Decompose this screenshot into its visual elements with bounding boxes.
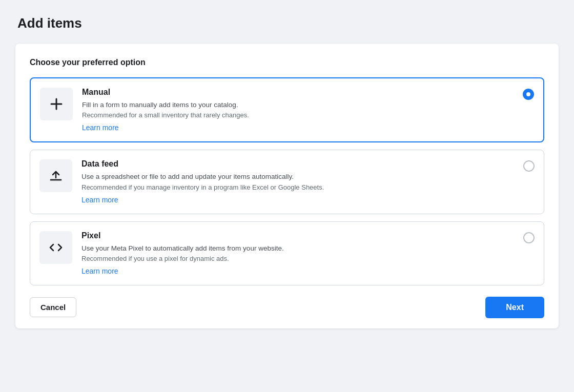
pixel-content: Pixel Use your Meta Pixel to automatical… — [81, 231, 523, 276]
main-card: Choose your preferred option Manual Fill… — [15, 44, 559, 328]
manual-content: Manual Fill in a form to manually add it… — [82, 88, 523, 132]
upload-icon — [48, 168, 64, 184]
manual-title: Manual — [82, 88, 523, 97]
data-feed-desc: Use a spreadsheet or file to add and upd… — [81, 172, 523, 182]
manual-rec: Recommended for a small inventory that r… — [82, 111, 523, 119]
code-icon — [48, 239, 64, 256]
data-feed-title: Data feed — [81, 159, 523, 169]
pixel-learn-more[interactable]: Learn more — [81, 267, 118, 275]
pixel-icon-box — [39, 231, 72, 264]
card-subtitle: Choose your preferred option — [30, 58, 544, 67]
footer: Cancel Next — [30, 293, 544, 318]
data-feed-content: Data feed Use a spreadsheet or file to a… — [81, 159, 523, 204]
svg-rect-2 — [50, 179, 62, 181]
option-pixel[interactable]: Pixel Use your Meta Pixel to automatical… — [30, 221, 544, 285]
page-wrapper: Add items Choose your preferred option M… — [15, 15, 559, 328]
data-feed-learn-more[interactable]: Learn more — [81, 196, 118, 204]
plus-icon — [48, 96, 65, 112]
option-data-feed[interactable]: Data feed Use a spreadsheet or file to a… — [30, 150, 544, 214]
data-feed-icon-box — [39, 159, 72, 192]
pixel-radio[interactable] — [523, 232, 535, 243]
manual-radio[interactable] — [523, 89, 534, 100]
manual-desc: Fill in a form to manually add items to … — [82, 100, 523, 110]
pixel-desc: Use your Meta Pixel to automatically add… — [81, 243, 523, 254]
data-feed-rec: Recommended if you manage inventory in a… — [81, 183, 523, 191]
next-button[interactable]: Next — [485, 297, 544, 318]
pixel-title: Pixel — [81, 231, 523, 240]
option-manual[interactable]: Manual Fill in a form to manually add it… — [30, 77, 544, 142]
data-feed-radio[interactable] — [523, 160, 535, 172]
manual-learn-more[interactable]: Learn more — [82, 123, 119, 132]
cancel-button[interactable]: Cancel — [30, 297, 76, 317]
pixel-rec: Recommended if you use a pixel for dynam… — [81, 255, 523, 262]
page-title: Add items — [15, 15, 559, 31]
manual-icon-box — [40, 88, 73, 120]
